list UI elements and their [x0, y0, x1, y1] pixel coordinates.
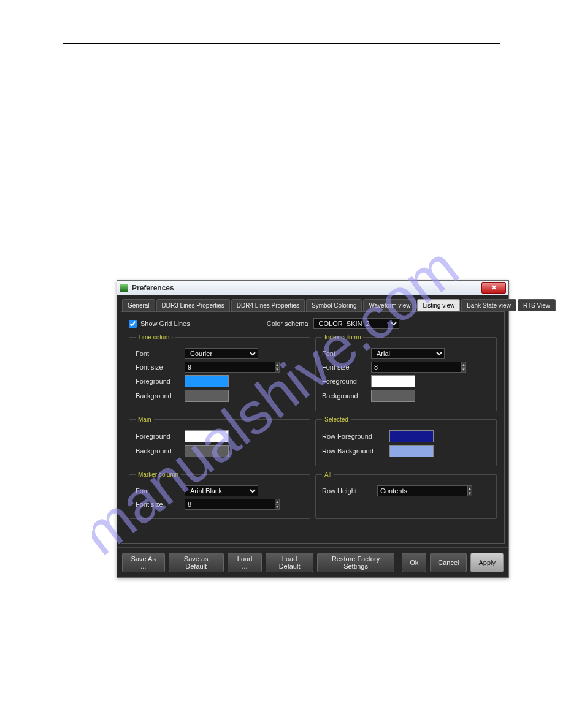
button-bar: Save As ... Save as Default Load ... Loa…: [117, 547, 508, 577]
color-schema-select[interactable]: COLOR_SKIN_2: [313, 318, 399, 329]
index-fg-color[interactable]: [371, 375, 415, 387]
tab-general[interactable]: General: [122, 299, 155, 311]
cancel-button[interactable]: Cancel: [430, 553, 467, 572]
tab-bank-state-view[interactable]: Bank State view: [461, 299, 516, 311]
index-bg-label: Background: [322, 392, 371, 400]
restore-button[interactable]: Restore Factory Settings: [317, 553, 394, 572]
chevron-up-icon: ▲: [462, 362, 465, 368]
tab-waveform-view[interactable]: Waveform view: [363, 299, 416, 311]
group-marker-column: Marker column Font Arial Black Font size…: [129, 471, 310, 519]
app-icon: [120, 284, 128, 292]
apply-button[interactable]: Apply: [470, 553, 504, 572]
chevron-down-icon: ▼: [275, 368, 279, 373]
time-fontsize-input[interactable]: [185, 362, 275, 373]
index-fontsize-input[interactable]: [371, 362, 461, 373]
index-font-label: Font: [322, 350, 371, 357]
tab-content: Show Grid Lines Color schema COLOR_SKIN_…: [121, 311, 505, 544]
main-fg-color[interactable]: [185, 430, 229, 442]
close-icon: ✕: [491, 284, 497, 292]
time-font-label: Font: [136, 350, 185, 357]
load-default-button[interactable]: Load Default: [266, 553, 313, 572]
tab-strip: General DDR3 Lines Properties DDR4 Lines…: [121, 299, 505, 311]
all-legend: All: [322, 471, 334, 478]
time-fg-color[interactable]: [185, 375, 229, 387]
save-default-button[interactable]: Save as Default: [169, 553, 224, 572]
main-legend: Main: [136, 416, 154, 423]
time-font-select[interactable]: Courier: [185, 348, 258, 359]
chevron-down-icon: ▼: [275, 505, 279, 510]
color-schema-label: Color schema: [267, 320, 308, 327]
row-height-label: Row Height: [322, 487, 377, 495]
time-fontsize-label: Font size: [136, 363, 185, 371]
marker-fontsize-input[interactable]: [185, 499, 275, 510]
window-title: Preferences: [132, 284, 481, 292]
main-fg-label: Foreground: [136, 433, 185, 440]
main-bg-label: Background: [136, 447, 185, 455]
chevron-up-icon: ▲: [275, 362, 279, 368]
show-grid-lines-label: Show Grid Lines: [140, 320, 190, 327]
main-bg-color[interactable]: [185, 445, 229, 457]
tab-rts-view[interactable]: RTS View: [518, 299, 556, 311]
index-bg-color[interactable]: [371, 390, 415, 402]
time-bg-label: Background: [136, 392, 185, 400]
row-height-input[interactable]: [377, 485, 467, 496]
selected-legend: Selected: [322, 416, 351, 423]
index-fg-label: Foreground: [322, 377, 371, 385]
chevron-up-icon: ▲: [275, 499, 279, 505]
tab-listing-view[interactable]: Listing view: [417, 299, 460, 311]
load-button[interactable]: Load ...: [228, 553, 262, 572]
marker-fontsize-spinner[interactable]: ▲▼: [275, 499, 280, 510]
marker-fontsize-label: Font size: [136, 501, 185, 508]
close-button[interactable]: ✕: [481, 282, 506, 294]
time-bg-color[interactable]: [185, 390, 229, 402]
preferences-dialog: Preferences ✕ General DDR3 Lines Propert…: [117, 280, 509, 578]
tab-symbol-coloring[interactable]: Symbol Coloring: [306, 299, 362, 311]
time-column-legend: Time column: [136, 334, 175, 341]
selected-row-fg-color[interactable]: [389, 430, 434, 442]
chevron-up-icon: ▲: [468, 486, 472, 491]
titlebar: Preferences ✕: [117, 281, 508, 295]
index-font-select[interactable]: Arial: [371, 348, 445, 359]
chevron-down-icon: ▼: [462, 368, 465, 373]
tab-ddr3-lines[interactable]: DDR3 Lines Properties: [156, 299, 230, 311]
show-grid-lines-checkbox[interactable]: Show Grid Lines: [129, 320, 190, 328]
group-time-column: Time column Font Courier Font size ▲▼: [129, 334, 310, 411]
time-fontsize-spinner[interactable]: ▲▼: [275, 362, 280, 373]
tab-ddr4-lines[interactable]: DDR4 Lines Properties: [231, 299, 305, 311]
marker-font-select[interactable]: Arial Black: [185, 485, 258, 496]
chevron-down-icon: ▼: [468, 491, 472, 496]
group-all: All Row Height ▲▼: [315, 471, 497, 519]
marker-font-label: Font: [136, 487, 185, 495]
save-as-button[interactable]: Save As ...: [122, 553, 165, 572]
group-main: Main Foreground Background: [129, 416, 310, 466]
marker-legend: Marker column: [136, 471, 181, 478]
ok-button[interactable]: Ok: [402, 553, 426, 572]
group-index-column: Index column Font Arial Font size ▲▼: [315, 334, 497, 411]
selected-row-bg-color[interactable]: [389, 445, 434, 457]
time-fg-label: Foreground: [136, 377, 185, 385]
selected-row-bg-label: Row Background: [322, 447, 389, 455]
group-selected: Selected Row Foreground Row Background: [315, 416, 497, 466]
selected-row-fg-label: Row Foreground: [322, 433, 389, 440]
row-height-spinner[interactable]: ▲▼: [467, 485, 472, 496]
index-fontsize-spinner[interactable]: ▲▼: [461, 362, 466, 373]
index-fontsize-label: Font size: [322, 363, 371, 371]
index-column-legend: Index column: [322, 334, 363, 341]
